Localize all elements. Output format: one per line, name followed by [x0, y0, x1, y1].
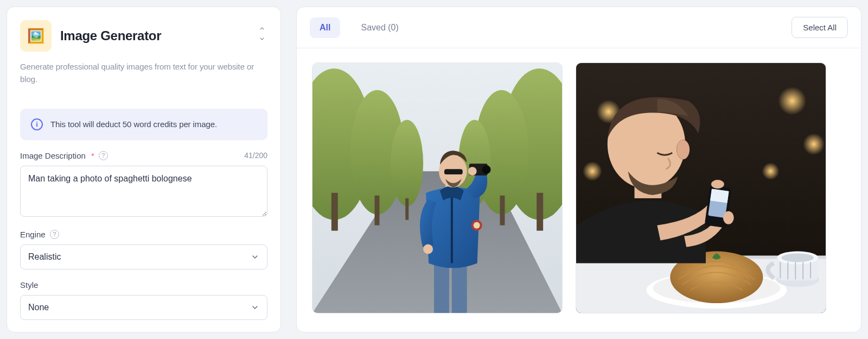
- svg-point-24: [423, 244, 433, 254]
- results-header: All Saved (0) Select All: [297, 7, 861, 48]
- select-all-button[interactable]: Select All: [792, 17, 848, 38]
- svg-point-26: [474, 222, 480, 229]
- field-style: Style None: [20, 280, 267, 320]
- svg-point-29: [778, 87, 806, 115]
- tab-all[interactable]: All: [310, 17, 340, 38]
- field-engine: Engine ? Realistic: [20, 230, 267, 269]
- svg-rect-11: [375, 196, 380, 225]
- image-icon: 🖼️: [20, 20, 52, 52]
- engine-value: Realistic: [28, 252, 61, 262]
- info-icon: i: [31, 118, 43, 130]
- description-label-text: Image Description: [20, 151, 86, 160]
- style-value: None: [28, 303, 49, 312]
- generator-panel: 🖼️ Image Generator Generate professional…: [7, 7, 281, 332]
- svg-point-22: [482, 165, 491, 174]
- credits-banner: i This tool will deduct 50 word credits …: [20, 109, 267, 140]
- credits-banner-text: This tool will deduct 50 word credits pe…: [50, 120, 217, 129]
- svg-point-32: [583, 161, 602, 181]
- svg-rect-14: [500, 196, 505, 225]
- svg-point-54: [711, 180, 724, 189]
- description-label: Image Description * ?: [20, 151, 108, 160]
- svg-rect-13: [537, 193, 543, 231]
- engine-select[interactable]: Realistic: [20, 244, 267, 269]
- char-counter: 41/200: [244, 151, 267, 160]
- svg-point-30: [803, 133, 825, 155]
- engine-label-text: Engine: [20, 230, 46, 239]
- help-icon[interactable]: ?: [99, 151, 108, 160]
- chevron-down-icon: [251, 303, 259, 312]
- page-title: Image Generator: [60, 28, 161, 43]
- style-label: Style: [20, 280, 38, 290]
- image-gallery: [297, 48, 861, 332]
- svg-point-6: [391, 120, 423, 206]
- results-panel: All Saved (0) Select All: [296, 7, 861, 332]
- help-icon[interactable]: ?: [50, 230, 59, 239]
- style-label-text: Style: [20, 280, 38, 290]
- result-image[interactable]: [576, 62, 826, 313]
- style-select[interactable]: None: [20, 295, 267, 320]
- field-description: Image Description * ? 41/200: [20, 151, 267, 219]
- svg-point-31: [762, 162, 780, 180]
- description-input[interactable]: [20, 166, 267, 217]
- svg-rect-53: [710, 189, 729, 203]
- svg-point-41: [781, 253, 814, 262]
- page-subtitle: Generate professional quality images fro…: [7, 60, 280, 97]
- engine-label: Engine ?: [20, 230, 59, 239]
- panel-header: 🖼️ Image Generator: [7, 7, 280, 60]
- chevron-down-icon: [251, 253, 259, 261]
- svg-rect-18: [451, 189, 453, 263]
- svg-rect-10: [331, 193, 338, 231]
- sort-toggle[interactable]: [256, 26, 269, 42]
- tab-saved[interactable]: Saved (0): [351, 17, 408, 38]
- required-marker: *: [91, 151, 94, 160]
- svg-point-50: [676, 140, 690, 159]
- svg-rect-20: [444, 169, 463, 174]
- svg-point-23: [468, 167, 477, 175]
- result-image[interactable]: [312, 62, 563, 313]
- svg-rect-12: [405, 198, 409, 220]
- svg-point-55: [723, 211, 734, 224]
